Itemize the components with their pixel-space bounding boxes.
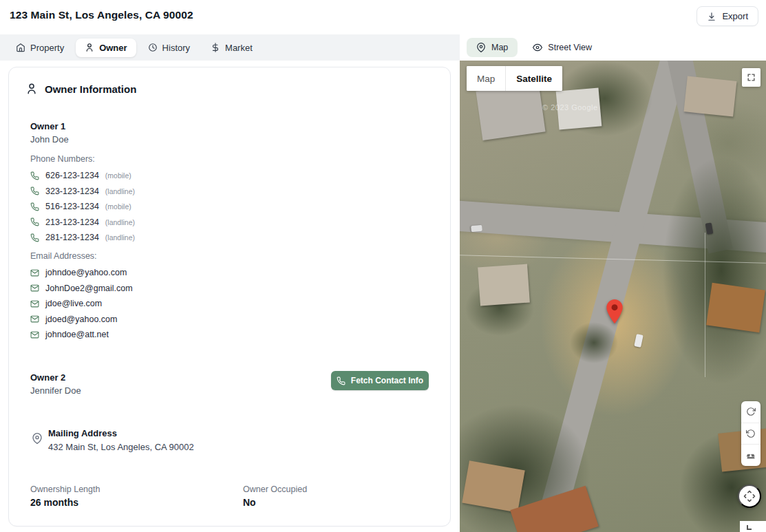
phone-icon (30, 171, 39, 180)
email-address: jdoe@live.com (45, 299, 102, 308)
email-row: JohnDoe2@gmail.com (30, 281, 133, 297)
email-list: johndoe@yahoo.com JohnDoe2@gmail.com jdo… (30, 265, 133, 343)
map-type-control: Map Satellite (467, 66, 562, 91)
phone-number: 626-123-1234 (45, 171, 99, 180)
map-type-map-button[interactable]: Map (467, 66, 505, 91)
dollar-icon (211, 43, 220, 52)
export-button[interactable]: Export (696, 6, 758, 26)
fetch-contact-info-button[interactable]: Fetch Contact Info (331, 371, 429, 390)
location-pin-icon (32, 433, 43, 444)
owner-information-card: Owner Information Owner 1 John Doe Phone… (8, 67, 451, 526)
export-label: Export (722, 11, 748, 21)
pan-arrows-icon (743, 489, 756, 503)
map-trees (570, 322, 618, 363)
owner2-name: Jennifer Doe (30, 385, 81, 396)
mail-icon (30, 330, 39, 339)
map-corner-control (740, 521, 766, 532)
satellite-map[interactable]: © 2023 Google Map Satellite (460, 61, 766, 532)
map-rotate-controls (741, 401, 760, 466)
mail-icon (30, 315, 39, 323)
phone-icon (337, 376, 345, 385)
owner1-label: Owner 1 (30, 121, 65, 131)
phone-number: 213-123-1234 (45, 217, 99, 227)
tilt-45-icon (746, 451, 756, 460)
phone-row: 323-123-1234 (landline) (30, 184, 135, 200)
map-building (683, 76, 736, 116)
top-header: 123 Main St, Los Angeles, CA 90002 Expor… (0, 0, 766, 34)
tab-property[interactable]: Property (7, 39, 73, 57)
tab-history[interactable]: History (139, 39, 199, 57)
map-building (706, 283, 765, 332)
view-toggle-street-view[interactable]: Street View (523, 38, 602, 57)
map-building (478, 264, 530, 306)
email-address: jdoed@yahoo.com (45, 315, 117, 324)
tab-strip: Property Owner History Market (0, 34, 460, 61)
view-toggle-map[interactable]: Map (467, 38, 518, 57)
rotate-counterclockwise-button[interactable] (741, 423, 760, 445)
mailing-address-value: 432 Main St, Los Angeles, CA 90002 (48, 442, 194, 452)
emails-label: Email Addresses: (30, 251, 97, 261)
mail-icon (30, 268, 39, 277)
home-icon (16, 43, 25, 52)
right-pane: Map Street View (460, 34, 766, 532)
download-icon (707, 12, 716, 21)
email-row: johndoe@att.net (30, 327, 133, 343)
owner-occupied-value: No (243, 497, 256, 508)
owner-occupied-label: Owner Occupied (243, 485, 307, 494)
view-toggle-street-view-label: Street View (548, 43, 592, 52)
phone-number: 323-123-1234 (45, 187, 99, 196)
phone-number: 281-123-1234 (45, 233, 99, 242)
parcel-line (705, 233, 705, 377)
tab-owner[interactable]: Owner (76, 39, 136, 57)
view-toggle: Map Street View (460, 34, 766, 61)
map-type-satellite-button[interactable]: Satellite (506, 66, 562, 91)
phones-label: Phone Numbers: (30, 154, 95, 164)
email-address: JohnDoe2@gmail.com (45, 284, 133, 293)
phone-icon (30, 187, 39, 195)
phone-number: 516-123-1234 (45, 202, 99, 211)
ownership-length-label: Ownership Length (30, 485, 100, 494)
phone-row: 281-123-1234 (landline) (30, 230, 135, 246)
rotate-cw-icon (746, 407, 756, 416)
phone-type: (landline) (105, 218, 135, 226)
tab-market[interactable]: Market (202, 39, 262, 57)
pan-control-button[interactable] (738, 485, 761, 508)
ownership-length-value: 26 months (30, 497, 78, 508)
email-address: johndoe@yahoo.com (45, 268, 127, 277)
email-row: johndoe@yahoo.com (30, 265, 133, 281)
phone-type: (landline) (105, 233, 135, 242)
left-pane: Property Owner History Market Owner Info… (0, 34, 460, 532)
fullscreen-icon (747, 73, 756, 82)
tab-market-label: Market (225, 43, 253, 53)
card-title: Owner Information (25, 83, 136, 95)
phone-type: (landline) (105, 187, 135, 195)
person-icon (85, 43, 94, 52)
page-title: 123 Main St, Los Angeles, CA 90002 (10, 9, 193, 21)
rotate-clockwise-button[interactable] (741, 401, 760, 423)
phone-icon (30, 202, 39, 211)
person-icon (25, 83, 38, 95)
tab-property-label: Property (30, 43, 64, 53)
tilt-view-button[interactable] (741, 444, 760, 466)
owner1-name: John Doe (30, 134, 69, 145)
mail-icon (30, 284, 39, 292)
app-root: 123 Main St, Los Angeles, CA 90002 Expor… (0, 0, 766, 532)
fullscreen-button[interactable] (742, 68, 760, 87)
mail-icon (30, 299, 39, 308)
tab-owner-label: Owner (99, 43, 127, 53)
map-watermark: © 2023 Google (542, 103, 598, 111)
property-marker-icon[interactable] (606, 299, 623, 323)
rotate-ccw-icon (746, 429, 756, 438)
phone-icon (30, 233, 39, 242)
map-building (476, 83, 545, 140)
phone-row: 626-123-1234 (mobile) (30, 168, 135, 184)
phone-list: 626-123-1234 (mobile) 323-123-1234 (land… (30, 168, 135, 246)
fetch-contact-info-label: Fetch Contact Info (351, 376, 423, 385)
owner2-label: Owner 2 (30, 372, 65, 383)
phone-icon (30, 217, 39, 226)
eye-icon (533, 43, 542, 52)
phone-row: 516-123-1234 (mobile) (30, 199, 135, 215)
email-row: jdoe@live.com (30, 296, 133, 312)
map-pin-icon (476, 43, 486, 52)
email-address: johndoe@att.net (45, 330, 109, 339)
